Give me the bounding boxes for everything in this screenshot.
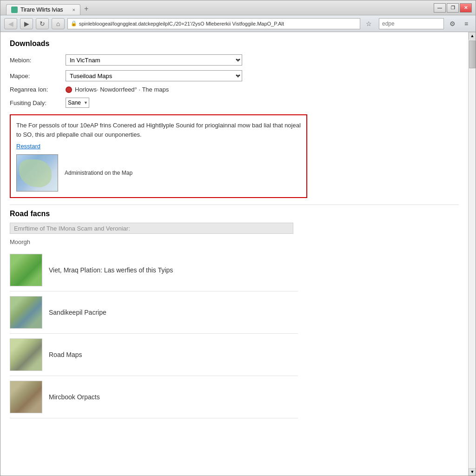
list-item-thumb: [10, 381, 42, 413]
list-item-thumb: [10, 254, 42, 286]
type-label: Mapoe:: [10, 73, 66, 79]
map-preview-row: Administrationd on the Map: [16, 154, 301, 192]
search-placeholder-text: Emrftime of The IMona Scam and Veroniar:: [14, 225, 130, 232]
list-item-thumb: [10, 338, 42, 371]
active-tab[interactable]: Tirare Wlirts lvias ×: [6, 4, 80, 15]
category-label: Moorgh: [10, 238, 459, 245]
minimize-btn[interactable]: —: [434, 3, 446, 13]
back-btn[interactable]: ◀: [4, 18, 17, 29]
region-row: Mebion: In VicTnam ▼: [10, 54, 459, 66]
search-bar-disabled: Emrftime of The IMona Scam and Veroniar:: [10, 223, 293, 234]
map-list: Viet, Mraq Platíon: Las werfies of this …: [10, 249, 459, 418]
list-item[interactable]: Sandikeepil Pacripe: [10, 291, 298, 334]
maximize-btn[interactable]: ❐: [447, 3, 459, 13]
registration-row: Reganrea Ion: Horlows· Nowdorrfeed° · Th…: [10, 86, 459, 93]
bookmark-input[interactable]: [379, 18, 444, 29]
address-bar[interactable]: 🔒 spinlebloogeal/lognggleat.datckepgleil…: [67, 18, 360, 29]
list-item-label: Road Maps: [49, 351, 82, 358]
new-tab-btn[interactable]: +: [80, 3, 92, 15]
scroll-up-btn[interactable]: ▲: [469, 32, 476, 40]
map-thumb-bg: [17, 155, 58, 191]
list-item-thumb: [10, 296, 42, 329]
list-item[interactable]: Viet, Mraq Platíon: Las werfies of this …: [10, 249, 298, 291]
map-thumb-label: Administrationd on the Map: [65, 170, 132, 176]
tab-close-btn[interactable]: ×: [73, 7, 75, 13]
tab-title: Tirare Wlirts lvias: [20, 7, 63, 13]
section-divider: [10, 205, 459, 205]
existing-select[interactable]: Sane: [66, 98, 89, 108]
existing-row: Fusiting Daly: Sane ▼: [10, 98, 459, 108]
type-select[interactable]: Tuseiload Maps: [66, 70, 242, 81]
downloads-title: Downloads: [10, 40, 459, 48]
page-content: Downloads Mebion: In VicTnam ▼ Mapoe: Tu…: [0, 32, 468, 476]
list-item[interactable]: Mircbook Orpacts: [10, 376, 298, 418]
tab-favicon: [11, 7, 18, 13]
registration-text: Horlows· Nowdorrfeed° · The maps: [75, 86, 169, 93]
registration-label: Reganrea Ion:: [10, 86, 66, 93]
map-thumbnail: [16, 154, 58, 192]
type-row: Mapoe: Tuseiload Maps ▼: [10, 70, 459, 81]
list-item-label: Sandikeepil Pacripe: [49, 309, 106, 316]
road-facts-title: Road facns: [10, 210, 459, 218]
window-controls: — ❐ ✕: [434, 3, 472, 13]
radio-indicator: [66, 86, 72, 93]
forward-btn[interactable]: ▶: [20, 18, 33, 29]
settings-btn[interactable]: ⚙: [447, 18, 458, 29]
info-box: The For pessols of tour 10eAP frins Cone…: [10, 114, 307, 198]
nav-bar: ◀ ▶ ↻ ⌂ 🔒 spinlebloogeal/lognggleat.datc…: [0, 15, 476, 32]
menu-btn[interactable]: ≡: [461, 18, 472, 29]
existing-label: Fusiting Daly:: [10, 99, 66, 106]
scrollbar-thumb[interactable]: [469, 40, 476, 68]
scrollbar: ▲ ▼: [468, 32, 476, 476]
registration-value: Horlows· Nowdorrfeed° · The maps: [66, 86, 169, 93]
star-btn[interactable]: ☆: [363, 18, 374, 29]
home-btn[interactable]: ⌂: [52, 18, 65, 29]
address-text: spinlebloogeal/lognggleat.datckepgleilpl…: [79, 21, 357, 26]
restart-link[interactable]: Resstard: [16, 143, 301, 150]
map-thumb-land: [19, 159, 52, 187]
type-select-wrapper[interactable]: Tuseiload Maps ▼: [66, 70, 242, 81]
list-item-label: Viet, Mraq Platíon: Las werfies of this …: [49, 266, 173, 274]
list-item-label: Mircbook Orpacts: [49, 393, 100, 401]
page-area: Downloads Mebion: In VicTnam ▼ Mapoe: Tu…: [0, 32, 476, 476]
region-select-wrapper[interactable]: In VicTnam ▼: [66, 54, 242, 66]
region-label: Mebion:: [10, 57, 66, 64]
list-item[interactable]: Road Maps: [10, 334, 298, 376]
region-select[interactable]: In VicTnam: [66, 54, 242, 66]
info-text: The For pessols of tour 10eAP frins Cone…: [16, 121, 301, 139]
scroll-down-btn[interactable]: ▼: [469, 468, 476, 476]
browser-window: Tirare Wlirts lvias × + — ❐ ✕ ◀ ▶ ↻ ⌂ 🔒 …: [0, 0, 476, 476]
refresh-btn[interactable]: ↻: [36, 18, 49, 29]
tab-bar: Tirare Wlirts lvias × +: [4, 1, 434, 15]
title-bar: Tirare Wlirts lvias × + — ❐ ✕: [0, 0, 476, 15]
existing-select-wrapper[interactable]: Sane ▼: [66, 98, 89, 108]
close-btn[interactable]: ✕: [460, 3, 472, 13]
